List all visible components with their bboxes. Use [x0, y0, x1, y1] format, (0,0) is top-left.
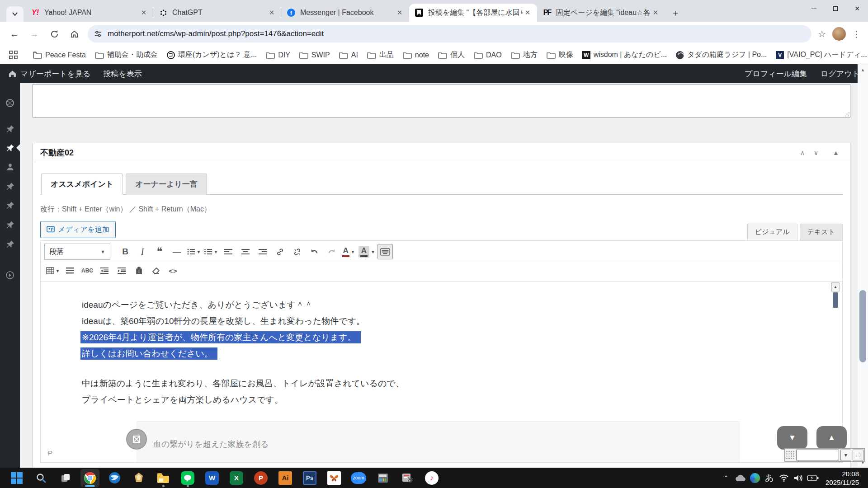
back-button[interactable]: ← [7, 26, 22, 42]
minimize-button[interactable] [803, 0, 825, 17]
bullet-list-button[interactable]: ▼ [186, 244, 202, 259]
home-button[interactable] [66, 26, 82, 42]
taskbar-gold-app-button[interactable] [129, 469, 148, 487]
apps-grid-icon[interactable] [9, 51, 18, 60]
move-up-button[interactable]: ∧ [796, 149, 809, 156]
sidebar-item-pin-active[interactable] [0, 139, 20, 157]
taskbar-butterfly-app-button[interactable] [325, 469, 344, 487]
tab-yahoo[interactable]: Y! Yahoo! JAPAN ✕ [25, 4, 153, 22]
taskbar-search-button[interactable] [32, 469, 51, 487]
image-caption-block[interactable]: 血の繋がりを超えた家族を創る [137, 421, 740, 462]
task-view-button[interactable] [56, 469, 75, 487]
scroll-up-button[interactable]: ▲ [831, 282, 840, 291]
taskbar-thunderbird-button[interactable] [105, 469, 124, 487]
table-button[interactable]: ▼ [45, 263, 61, 278]
address-bar[interactable]: motherport.net/cms/wp-admin/post.php?pos… [88, 25, 811, 42]
bookmark-folder[interactable]: note [403, 51, 429, 59]
justify-button[interactable] [62, 263, 78, 278]
ime-indicator[interactable]: あ [762, 469, 777, 487]
undo-button[interactable] [307, 244, 322, 259]
taskbar-line-button[interactable] [178, 469, 197, 487]
taskbar-scanner-button[interactable] [373, 469, 392, 487]
editor-scrollbar[interactable]: ▲ [831, 282, 840, 364]
bookmark-folder[interactable]: 映像 [547, 50, 573, 60]
taskbar-music-button[interactable]: ♪ [422, 469, 441, 487]
sidebar-collapse-button[interactable] [0, 266, 20, 284]
bookmark-folder[interactable]: 個人 [438, 50, 465, 60]
sidebar-item-pin-5[interactable] [0, 235, 20, 253]
widget-dropdown-button[interactable]: ▼ [840, 450, 851, 460]
bookmark-star-icon[interactable]: ☆ [818, 28, 826, 39]
adminbar-view-post[interactable]: 投稿を表示 [103, 69, 142, 79]
tab-edit-post-active[interactable]: 投稿を編集 “【各部屋に水回り☆ハ ✕ [409, 4, 537, 22]
paragraph-format-select[interactable]: 段落 ▼ [44, 244, 110, 260]
bookmark-wisdom[interactable]: W wisdom | あなたのビ... [582, 50, 667, 60]
tab-search-button[interactable] [6, 6, 24, 22]
tab-text-mode[interactable]: テキスト [800, 224, 843, 240]
taskbar-snip-button[interactable] [398, 469, 417, 487]
tab-visual-mode[interactable]: ビジュアル [747, 224, 797, 240]
bookmark-folder[interactable]: 補助金・助成金 [95, 50, 158, 60]
redo-button[interactable] [324, 244, 339, 259]
bookmark-hakoniwa[interactable]: タダの箱庭ラジヲ | Po... [676, 50, 767, 60]
toggle-panel-button[interactable]: ▲ [829, 149, 843, 156]
tab-edit-page[interactable]: PF 固定ページを編集 “ideau☆各部屋 ✕ [537, 4, 665, 22]
tune-icon[interactable] [94, 30, 102, 38]
close-icon[interactable]: ✕ [651, 8, 660, 18]
indent-button[interactable] [114, 263, 129, 278]
volume-icon[interactable] [791, 469, 806, 487]
tray-expand-button[interactable]: ⌃ [719, 469, 733, 487]
taskbar-zoom-button[interactable]: zoom [349, 469, 368, 487]
text-color-button[interactable]: A ▼ [341, 244, 356, 259]
taskbar-word-button[interactable]: W [203, 469, 222, 487]
close-icon[interactable]: ✕ [395, 8, 405, 18]
clear-formatting-button[interactable] [148, 263, 164, 278]
browser-scrollbar[interactable]: ▲ ▼ [858, 64, 868, 468]
italic-button[interactable]: I [135, 244, 150, 259]
close-window-button[interactable]: ✕ [846, 0, 868, 17]
color-sphere-icon[interactable] [748, 469, 762, 487]
bookmark-folder[interactable]: DAO [474, 51, 502, 59]
profile-avatar[interactable] [832, 27, 846, 41]
bookmark-folder[interactable]: Peace Festa [33, 51, 86, 59]
highlight-color-button[interactable]: A ▼ [358, 244, 376, 259]
taskbar-powerpoint-button[interactable]: P [251, 469, 270, 487]
bold-button[interactable]: B [118, 244, 133, 259]
widget-expand-button[interactable] [853, 450, 863, 460]
close-icon[interactable]: ✕ [523, 8, 533, 18]
taskbar-illustrator-button[interactable]: Ai [276, 469, 295, 487]
scroll-up-button[interactable]: ▲ [858, 64, 868, 75]
top-textarea[interactable] [33, 84, 850, 117]
hr-button[interactable]: — [169, 244, 184, 259]
blockquote-button[interactable]: ❝ [152, 244, 167, 259]
adminbar-edit-profile[interactable]: プロフィール編集 [745, 69, 807, 79]
resize-grip-icon[interactable] [844, 111, 849, 117]
align-center-button[interactable] [238, 244, 253, 259]
taskbar-chrome-button[interactable] [80, 469, 99, 487]
tab-messenger[interactable]: f Messenger | Facebook ✕ [281, 4, 409, 22]
keyboard-shortcuts-button[interactable] [377, 244, 393, 259]
wifi-icon[interactable] [777, 469, 791, 487]
bookmark-folder[interactable]: 出品 [367, 50, 394, 60]
bookmark-folder[interactable]: AI [339, 51, 358, 59]
sidebar-item-pin-3[interactable] [0, 196, 20, 214]
forward-button[interactable]: → [27, 26, 42, 42]
sidebar-item-pin-1[interactable] [0, 120, 20, 138]
bookmark-vaio[interactable]: V [VAIO_PC] ハードディ... [776, 50, 867, 60]
onedrive-cloud-icon[interactable] [733, 469, 748, 487]
close-icon[interactable]: ✕ [139, 8, 149, 18]
bookmark-folder[interactable]: DIY [266, 51, 290, 59]
strikethrough-button[interactable]: ABC [80, 263, 95, 278]
url-text[interactable]: motherport.net/cms/wp-admin/post.php?pos… [108, 29, 805, 38]
taskbar-excel-button[interactable]: X [227, 469, 246, 487]
paste-as-text-button[interactable]: T [131, 263, 146, 278]
new-tab-button[interactable]: ＋ [669, 6, 682, 19]
sidebar-item-profile[interactable] [0, 158, 20, 176]
taskbar-clock[interactable]: 20:08 2025/11/25 [826, 469, 859, 487]
outdent-button[interactable] [97, 263, 112, 278]
reload-button[interactable] [47, 26, 62, 42]
align-left-button[interactable] [221, 244, 236, 259]
code-button[interactable]: <> [165, 263, 181, 278]
bookmark-kanza[interactable]: コ 環座(カンザ)とは？ 意... [167, 50, 257, 60]
widget-input[interactable] [796, 450, 839, 460]
